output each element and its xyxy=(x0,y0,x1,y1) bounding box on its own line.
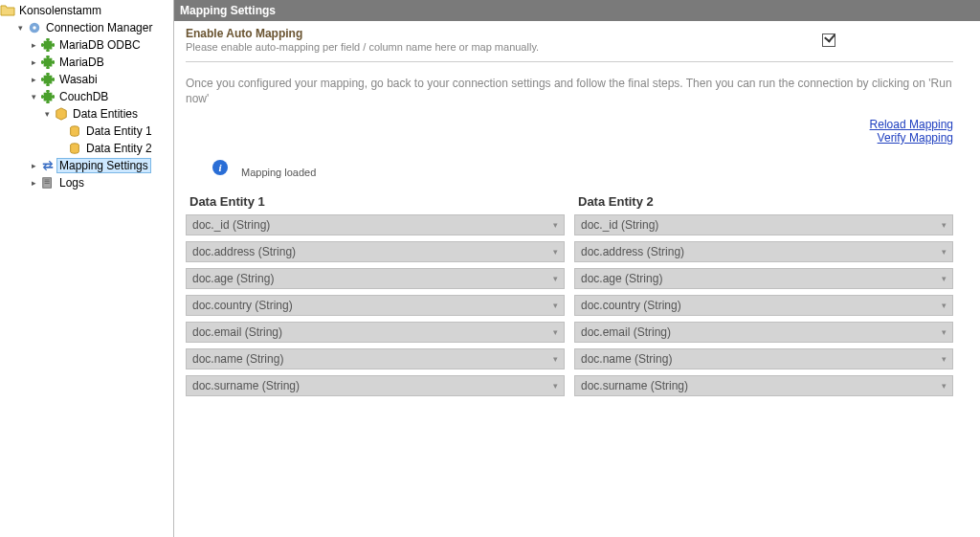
mapping-right-value: doc.email (String) xyxy=(581,325,671,339)
col2-header: Data Entity 2 xyxy=(578,194,953,209)
chevron-right-icon[interactable]: ▸ xyxy=(27,56,40,69)
mapping-columns-header: Data Entity 1 Data Entity 2 xyxy=(186,194,953,209)
mapping-right-dropdown[interactable]: doc._id (String)▾ xyxy=(574,214,953,235)
mapping-row: doc.email (String)▾doc.email (String)▾ xyxy=(186,322,953,343)
chevron-down-icon: ▾ xyxy=(553,274,558,283)
chevron-down-icon: ▾ xyxy=(553,381,558,391)
mapping-right-dropdown[interactable]: doc.address (String)▾ xyxy=(574,241,953,262)
chevron-down-icon: ▾ xyxy=(942,247,947,257)
tree-connection-item[interactable]: ▸MariaDB xyxy=(0,54,173,71)
tree-logs[interactable]: ▸ Logs xyxy=(0,174,173,191)
chevron-down-icon[interactable]: ▾ xyxy=(13,21,27,34)
tree-entity-item-label: Data Entity 2 xyxy=(84,142,154,155)
puzzle-icon xyxy=(40,89,56,104)
tree-data-entities-label: Data Entities xyxy=(71,107,140,121)
chevron-down-icon: ▾ xyxy=(942,220,947,230)
status-text: Mapping loaded xyxy=(241,167,316,178)
mapping-left-dropdown[interactable]: doc._id (String)▾ xyxy=(186,214,565,235)
svg-rect-5 xyxy=(45,180,50,181)
mapping-left-value: doc.age (String) xyxy=(192,272,274,285)
chevron-down-icon: ▾ xyxy=(942,381,947,391)
tree-entity-item[interactable]: Data Entity 2 xyxy=(0,140,173,157)
chevron-down-icon: ▾ xyxy=(942,327,947,337)
tree-connection-item-label: Wasabi xyxy=(57,73,100,86)
db-icon xyxy=(67,141,82,156)
tree-mapping-settings[interactable]: ▸ Mapping Settings xyxy=(0,157,173,174)
instruction-text: Once you configured your mapping, go bac… xyxy=(186,76,953,106)
mapping-right-value: doc.surname (String) xyxy=(581,379,688,392)
folder-icon xyxy=(0,3,15,18)
mapping-right-value: doc._id (String) xyxy=(581,218,658,232)
verify-mapping-link[interactable]: Verify Mapping xyxy=(878,131,953,145)
auto-mapping-title: Enable Auto Mapping xyxy=(186,27,704,40)
mapping-right-dropdown[interactable]: doc.email (String)▾ xyxy=(574,322,953,343)
status-row: i Mapping loaded xyxy=(212,160,953,175)
tree-connection-item-label: CouchDB xyxy=(57,90,110,103)
mapping-left-dropdown[interactable]: doc.country (String)▾ xyxy=(186,295,565,316)
tree-root[interactable]: Konsolenstamm xyxy=(0,2,173,19)
mapping-list: doc._id (String)▾doc._id (String)▾doc.ad… xyxy=(186,214,953,396)
mapping-right-dropdown[interactable]: doc.age (String)▾ xyxy=(574,268,953,289)
info-icon: i xyxy=(212,160,228,175)
main-panel: Mapping Settings Enable Auto Mapping Ple… xyxy=(174,0,980,537)
mapping-row: doc._id (String)▾doc._id (String)▾ xyxy=(186,214,953,235)
tree-connection-item[interactable]: ▸Wasabi xyxy=(0,71,173,88)
tree-root-label: Konsolenstamm xyxy=(17,4,103,17)
mapping-row: doc.surname (String)▾doc.surname (String… xyxy=(186,375,953,396)
reload-mapping-link[interactable]: Reload Mapping xyxy=(870,118,953,131)
col1-header: Data Entity 1 xyxy=(189,194,565,209)
mapping-right-dropdown[interactable]: doc.name (String)▾ xyxy=(574,348,953,369)
tree-data-entities[interactable]: ▾ Data Entities xyxy=(0,105,173,123)
svg-rect-6 xyxy=(45,181,50,182)
panel-title: Mapping Settings xyxy=(174,0,980,21)
chevron-down-icon: ▾ xyxy=(553,354,558,364)
cube-icon xyxy=(54,106,69,122)
chevron-down-icon: ▾ xyxy=(553,327,558,337)
mapping-left-dropdown[interactable]: doc.name (String)▾ xyxy=(186,348,565,369)
mapping-left-value: doc._id (String) xyxy=(192,218,270,232)
chevron-down-icon: ▾ xyxy=(942,354,947,364)
tree-connection-item-label: MariaDB ODBC xyxy=(57,38,143,52)
chevron-right-icon[interactable]: ▸ xyxy=(27,159,40,172)
tree-connection-item[interactable]: ▸MariaDB ODBC xyxy=(0,36,173,54)
tree-entity-item[interactable]: Data Entity 1 xyxy=(0,123,173,140)
mapping-left-value: doc.address (String) xyxy=(192,245,296,258)
auto-mapping-checkbox[interactable] xyxy=(822,34,835,47)
mapping-row: doc.age (String)▾doc.age (String)▾ xyxy=(186,268,953,289)
chevron-down-icon[interactable]: ▾ xyxy=(27,90,40,103)
chevron-down-icon: ▾ xyxy=(553,301,558,310)
mapping-right-value: doc.address (String) xyxy=(581,245,684,258)
tree-connection-item[interactable]: ▾CouchDB xyxy=(0,88,173,105)
tree-connection-manager[interactable]: ▾ Connection Manager xyxy=(0,19,173,36)
mapping-left-value: doc.email (String) xyxy=(192,325,282,339)
mapping-right-dropdown[interactable]: doc.country (String)▾ xyxy=(574,295,953,316)
mapping-left-dropdown[interactable]: doc.surname (String)▾ xyxy=(186,375,565,396)
mapping-right-value: doc.age (String) xyxy=(581,272,662,285)
mapping-left-value: doc.country (String) xyxy=(192,299,293,312)
mapping-right-dropdown[interactable]: doc.surname (String)▾ xyxy=(574,375,953,396)
tree-conn-mgr-label: Connection Manager xyxy=(44,21,154,34)
chevron-right-icon[interactable]: ▸ xyxy=(27,176,40,190)
auto-mapping-check-cell xyxy=(704,27,953,54)
chevron-down-icon: ▾ xyxy=(553,247,558,257)
svg-rect-7 xyxy=(45,183,50,184)
mapping-left-dropdown[interactable]: doc.email (String)▾ xyxy=(186,322,565,343)
auto-mapping-section: Enable Auto Mapping Please enable auto-m… xyxy=(186,27,953,62)
tree-logs-label: Logs xyxy=(57,176,86,190)
chevron-down-icon[interactable]: ▾ xyxy=(40,107,54,121)
mapping-row: doc.country (String)▾doc.country (String… xyxy=(186,295,953,316)
mapping-row: doc.name (String)▾doc.name (String)▾ xyxy=(186,348,953,369)
puzzle-icon xyxy=(40,55,56,70)
chevron-right-icon[interactable]: ▸ xyxy=(27,73,40,86)
mapping-left-dropdown[interactable]: doc.address (String)▾ xyxy=(186,241,565,262)
mapping-left-value: doc.surname (String) xyxy=(192,379,300,392)
chevron-down-icon: ▾ xyxy=(942,274,947,283)
auto-mapping-text: Enable Auto Mapping Please enable auto-m… xyxy=(186,27,704,54)
puzzle-icon xyxy=(40,37,56,53)
mapping-left-value: doc.name (String) xyxy=(192,352,283,366)
tree-entity-item-label: Data Entity 1 xyxy=(84,124,154,138)
mapping-right-value: doc.name (String) xyxy=(581,352,672,366)
mapping-left-dropdown[interactable]: doc.age (String)▾ xyxy=(186,268,565,289)
mapping-row: doc.address (String)▾doc.address (String… xyxy=(186,241,953,262)
chevron-right-icon[interactable]: ▸ xyxy=(27,38,40,52)
